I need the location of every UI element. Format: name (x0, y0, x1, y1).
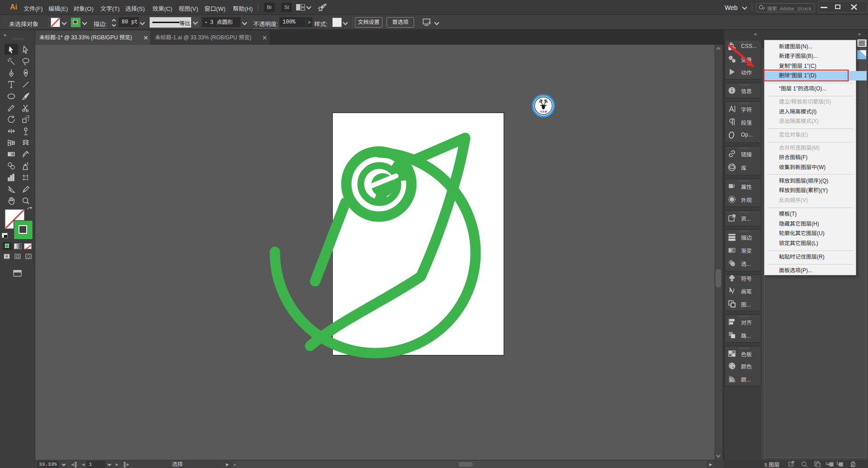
svg-text:行走者: 行走者 (540, 110, 547, 113)
